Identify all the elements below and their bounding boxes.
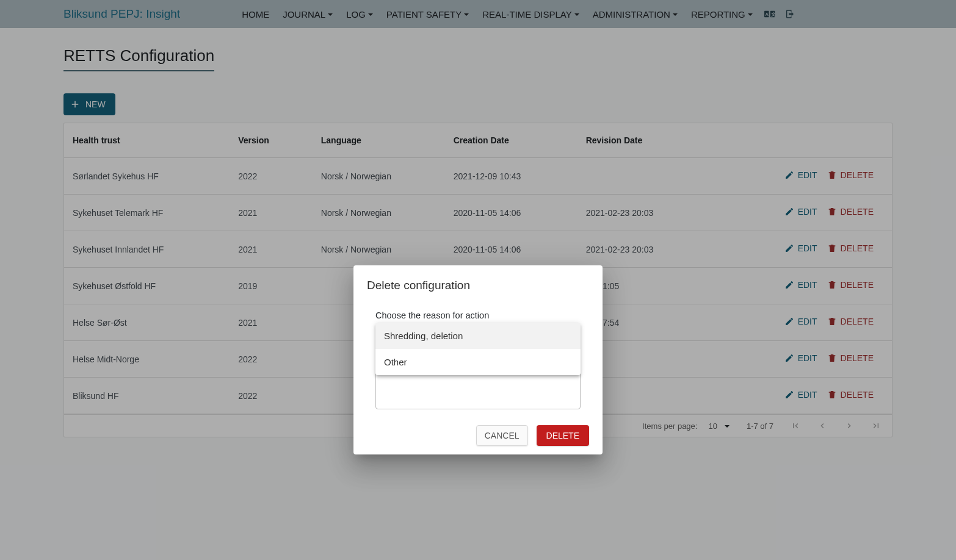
delete-button[interactable]: DELETE <box>537 425 589 446</box>
delete-modal: Delete configuration Choose the reason f… <box>353 265 603 454</box>
cancel-button[interactable]: CANCEL <box>476 425 528 446</box>
reason-dropdown: Shredding, deletion Other <box>375 323 581 375</box>
reason-option[interactable]: Other <box>375 349 581 375</box>
modal-actions: CANCEL DELETE <box>367 425 589 446</box>
reason-option[interactable]: Shredding, deletion <box>375 323 581 349</box>
modal-reason-label: Choose the reason for action <box>375 311 583 320</box>
modal-reason-select-area: Shredding, deletion Other <box>375 324 581 409</box>
modal-title: Delete configuration <box>367 279 589 292</box>
